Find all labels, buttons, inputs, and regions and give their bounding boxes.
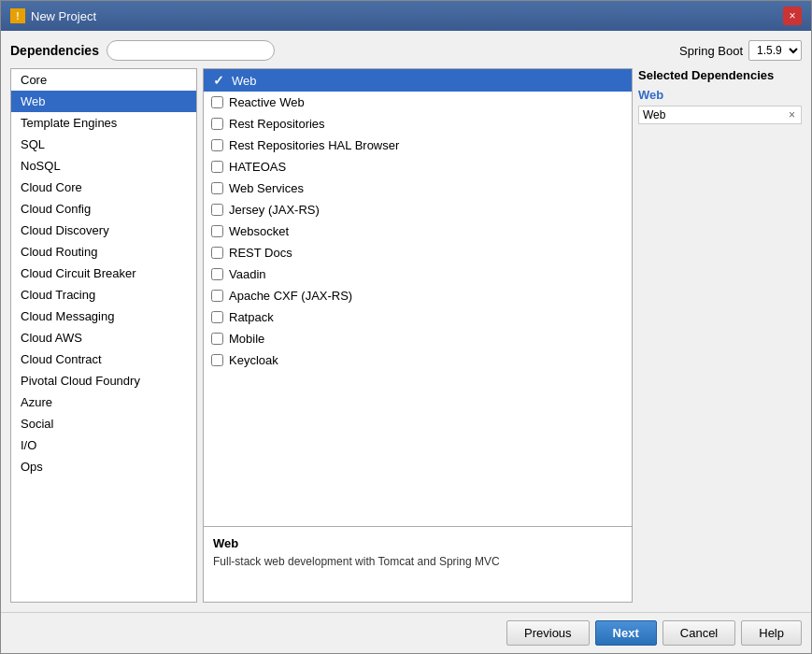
search-input[interactable] <box>107 40 275 61</box>
sidebar-item-web[interactable]: Web <box>11 91 196 112</box>
previous-button[interactable]: Previous <box>506 620 590 646</box>
checkbox-rest-repositories[interactable] <box>211 118 223 130</box>
selected-dep-web-label: Web <box>643 108 665 121</box>
selected-dependencies-title: Selected Dependencies <box>638 68 802 82</box>
list-item-web-services[interactable]: Web Services <box>204 178 632 199</box>
list-item-apache-cxf[interactable]: Apache CXF (JAX-RS) <box>204 285 632 306</box>
sidebar-item-cloud-core[interactable]: Cloud Core <box>11 177 196 198</box>
sidebar-item-template-engines[interactable]: Template Engines <box>11 112 196 134</box>
checkbox-websocket[interactable] <box>211 225 223 237</box>
item-label-rest-repositories-hal: Rest Repositories HAL Browser <box>229 138 399 152</box>
sidebar-item-cloud-discovery[interactable]: Cloud Discovery <box>11 220 196 241</box>
sidebar-item-cloud-circuit-breaker[interactable]: Cloud Circuit Breaker <box>11 263 196 284</box>
list-item-rest-repositories-hal[interactable]: Rest Repositories HAL Browser <box>204 135 632 156</box>
item-label-websocket: Websocket <box>229 224 289 238</box>
list-item-websocket[interactable]: Websocket <box>204 220 632 242</box>
sidebar-item-cloud-routing[interactable]: Cloud Routing <box>11 241 196 263</box>
item-label-mobile: Mobile <box>229 332 264 346</box>
list-item-hateoas[interactable]: HATEOAS <box>204 156 632 178</box>
checkbox-web-services[interactable] <box>211 182 223 194</box>
dependencies-label: Dependencies <box>10 43 99 58</box>
sidebar-item-cloud-config[interactable]: Cloud Config <box>11 198 196 220</box>
cancel-button[interactable]: Cancel <box>662 620 735 646</box>
list-item-jersey-jax-rs[interactable]: Jersey (JAX-RS) <box>204 199 632 220</box>
item-label-web-services: Web Services <box>229 181 304 195</box>
checkbox-ratpack[interactable] <box>211 311 223 323</box>
list-item-rest-docs[interactable]: REST Docs <box>204 242 632 263</box>
window-icon: ! <box>10 8 25 23</box>
main-panels: Core Web Template Engines SQL NoSQL Clou… <box>10 68 802 603</box>
close-button[interactable]: × <box>783 7 802 25</box>
checkbox-mobile[interactable] <box>211 333 223 345</box>
middle-panel: ✓ Web Reactive Web Rest Repositories <box>203 68 633 603</box>
left-panel: Core Web Template Engines SQL NoSQL Clou… <box>10 68 197 603</box>
checkbox-vaadin[interactable] <box>211 268 223 280</box>
sidebar-item-core[interactable]: Core <box>11 69 196 91</box>
content-area: Dependencies Spring Boot 1.5.9 2.0.0 1.5… <box>1 31 811 612</box>
checkbox-rest-docs[interactable] <box>211 247 223 259</box>
window-title: New Project <box>31 9 96 23</box>
checkbox-reactive-web[interactable] <box>211 96 223 108</box>
sidebar-item-social[interactable]: Social <box>11 413 196 434</box>
description-box: Web Full-stack web development with Tomc… <box>204 527 632 602</box>
checkmark-icon: ✓ <box>211 73 226 88</box>
item-label-vaadin: Vaadin <box>229 267 266 281</box>
sidebar-item-nosql[interactable]: NoSQL <box>11 155 196 177</box>
header-right: Spring Boot 1.5.9 2.0.0 1.5.8 <box>679 40 802 61</box>
checkbox-rest-repositories-hal[interactable] <box>211 139 223 151</box>
title-bar: ! New Project × <box>1 1 811 31</box>
footer-bar: Previous Next Cancel Help <box>1 612 811 653</box>
right-panel: Selected Dependencies Web Web × <box>638 68 802 603</box>
checkbox-keycloak[interactable] <box>211 354 223 366</box>
description-text: Full-stack web development with Tomcat a… <box>213 554 622 570</box>
selected-dep-web: Web × <box>638 106 802 124</box>
checkbox-jersey-jax-rs[interactable] <box>211 204 223 216</box>
list-item-ratpack[interactable]: Ratpack <box>204 306 632 328</box>
sidebar-item-sql[interactable]: SQL <box>11 134 196 155</box>
sidebar-item-azure[interactable]: Azure <box>11 391 196 413</box>
list-item-keycloak[interactable]: Keycloak <box>204 349 632 371</box>
sidebar-item-cloud-tracing[interactable]: Cloud Tracing <box>11 284 196 306</box>
sidebar-item-cloud-aws[interactable]: Cloud AWS <box>11 327 196 348</box>
header-bar: Dependencies Spring Boot 1.5.9 2.0.0 1.5… <box>10 40 802 61</box>
item-label-web: Web <box>232 74 257 88</box>
checkbox-hateoas[interactable] <box>211 161 223 173</box>
list-item-rest-repositories[interactable]: Rest Repositories <box>204 113 632 135</box>
item-label-hateoas: HATEOAS <box>229 160 286 174</box>
list-item-reactive-web[interactable]: Reactive Web <box>204 92 632 113</box>
item-label-rest-docs: REST Docs <box>229 246 292 260</box>
item-label-rest-repositories: Rest Repositories <box>229 117 325 131</box>
sidebar-item-io[interactable]: I/O <box>11 434 196 456</box>
item-label-reactive-web: Reactive Web <box>229 95 305 109</box>
description-title: Web <box>213 536 622 550</box>
sidebar-item-ops[interactable]: Ops <box>11 456 196 477</box>
help-button[interactable]: Help <box>741 620 802 646</box>
list-item-web[interactable]: ✓ Web <box>204 69 632 92</box>
sidebar-item-cloud-messaging[interactable]: Cloud Messaging <box>11 306 196 327</box>
item-label-keycloak: Keycloak <box>229 353 278 367</box>
middle-list: ✓ Web Reactive Web Rest Repositories <box>204 69 632 527</box>
spring-boot-label: Spring Boot <box>679 44 743 58</box>
sidebar-item-cloud-contract[interactable]: Cloud Contract <box>11 348 196 370</box>
item-label-jersey-jax-rs: Jersey (JAX-RS) <box>229 203 320 217</box>
dialog-window: ! New Project × Dependencies Spring Boot… <box>0 0 812 654</box>
item-label-ratpack: Ratpack <box>229 310 274 324</box>
checkbox-apache-cxf[interactable] <box>211 290 223 302</box>
item-label-apache-cxf: Apache CXF (JAX-RS) <box>229 289 352 303</box>
next-button[interactable]: Next <box>595 620 657 646</box>
spring-boot-version-select[interactable]: 1.5.9 2.0.0 1.5.8 <box>748 40 802 61</box>
list-item-mobile[interactable]: Mobile <box>204 328 632 349</box>
title-bar-left: ! New Project <box>10 8 96 23</box>
header-left: Dependencies <box>10 40 275 61</box>
remove-web-button[interactable]: × <box>787 108 797 121</box>
list-item-vaadin[interactable]: Vaadin <box>204 263 632 285</box>
sidebar-item-pivotal-cloud-foundry[interactable]: Pivotal Cloud Foundry <box>11 370 196 391</box>
selected-dep-group-title: Web <box>638 88 802 102</box>
